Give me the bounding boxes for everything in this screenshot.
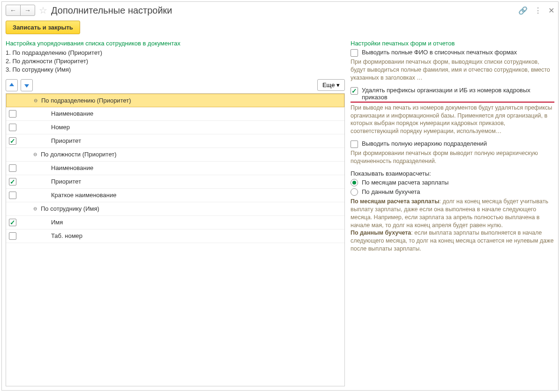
- tree-item[interactable]: Наименование: [6, 107, 344, 121]
- tree-item-label: Имя: [51, 219, 63, 226]
- tree-group-label: По подразделению (Приоритет): [41, 97, 131, 104]
- help-text: При формировании печатных форм, выводящи…: [351, 58, 554, 82]
- check-full-hierarchy: Выводить полную иерархию подразделений: [351, 140, 554, 148]
- checkbox-label: Удалять префиксы организации и ИБ из ном…: [362, 87, 554, 101]
- collapse-icon[interactable]: ⊖: [32, 206, 38, 212]
- order-item: 2. По должности (Приоритет): [6, 57, 345, 66]
- order-item: 1. По подразделению (Приоритет): [6, 49, 345, 57]
- grid-toolbar: Еще ▾: [6, 79, 345, 91]
- check-remove-prefixes: Удалять префиксы организации и ИБ из ном…: [351, 87, 554, 103]
- tree-item[interactable]: Имя: [6, 216, 344, 229]
- checkbox[interactable]: [9, 178, 16, 185]
- check-full-fio: Выводить полные ФИО в списочных печатных…: [351, 49, 554, 57]
- move-up-button[interactable]: [6, 79, 18, 91]
- tree-item[interactable]: Приоритет: [6, 175, 344, 189]
- tree-item[interactable]: Номер: [6, 121, 344, 134]
- tree-item-label: Приоритет: [51, 178, 81, 185]
- nav-forward-button[interactable]: →: [20, 5, 35, 16]
- content: Настройка упорядочивания списка сотрудни…: [2, 36, 558, 390]
- order-list: 1. По подразделению (Приоритет) 2. По до…: [6, 49, 345, 74]
- tree-item-label: Таб. номер: [51, 232, 82, 239]
- left-section-header: Настройка упорядочивания списка сотрудни…: [6, 40, 345, 47]
- radio-by-accounting[interactable]: По данным бухучета: [351, 188, 554, 196]
- checkbox[interactable]: [9, 219, 16, 226]
- checkbox[interactable]: [9, 110, 16, 118]
- radio[interactable]: [351, 188, 358, 196]
- tree-group[interactable]: ⊖ По сотруднику (Имя): [6, 202, 344, 216]
- help-bold: По данным бухучета: [351, 229, 411, 236]
- more-button[interactable]: Еще ▾: [317, 79, 345, 91]
- help-text: При формировании печатных форм выводит п…: [351, 149, 554, 165]
- radio-label: По месяцам расчета зарплаты: [362, 179, 448, 186]
- checkbox-label: Выводить полные ФИО в списочных печатных…: [362, 49, 517, 56]
- left-panel: Настройка упорядочивания списка сотрудни…: [2, 36, 349, 390]
- checkbox[interactable]: [9, 192, 16, 199]
- toolbar: Записать и закрыть: [2, 19, 558, 36]
- collapse-icon[interactable]: ⊖: [32, 152, 38, 157]
- titlebar-actions: 🔗 ⋮ ✕: [518, 6, 554, 15]
- help-bold: По месяцам расчета зарплаты: [351, 198, 440, 205]
- tree-item-label: Наименование: [51, 164, 93, 171]
- tree-item-label: Краткое наименование: [51, 192, 117, 199]
- save-and-close-button[interactable]: Записать и закрыть: [6, 21, 80, 34]
- checkbox-label: Выводить полную иерархию подразделений: [362, 140, 487, 147]
- help-text: По месяцам расчета зарплаты: долг на кон…: [351, 198, 554, 253]
- checkbox[interactable]: [9, 232, 16, 240]
- right-panel: Настройки печатных форм и отчетов Выводи…: [349, 36, 558, 390]
- window: ← → ☆ Дополнительные настройки 🔗 ⋮ ✕ Зап…: [1, 1, 559, 391]
- collapse-icon[interactable]: ⊖: [33, 97, 38, 103]
- page-title: Дополнительные настройки: [51, 5, 518, 16]
- tree-item[interactable]: Приоритет: [6, 134, 344, 148]
- kebab-menu-icon[interactable]: ⋮: [534, 6, 542, 15]
- tree-item-label: Приоритет: [51, 137, 81, 144]
- sort-tree: ⊖ По подразделению (Приоритет) Наименова…: [6, 93, 345, 386]
- checkbox[interactable]: [351, 49, 358, 57]
- tree-item[interactable]: Краткое наименование: [6, 189, 344, 202]
- tree-group[interactable]: ⊖ По подразделению (Приоритет): [6, 94, 344, 107]
- tree-item[interactable]: Таб. номер: [6, 229, 344, 243]
- tree-group-label: По должности (Приоритет): [41, 151, 117, 158]
- right-section-header: Настройки печатных форм и отчетов: [351, 40, 554, 47]
- favorite-star-icon[interactable]: ☆: [39, 5, 47, 16]
- checkbox[interactable]: [351, 87, 358, 95]
- tree-item[interactable]: Наименование: [6, 162, 344, 175]
- tree-item-label: Наименование: [51, 110, 93, 117]
- radio-by-salary-months[interactable]: По месяцам расчета зарплаты: [351, 179, 554, 186]
- titlebar: ← → ☆ Дополнительные настройки 🔗 ⋮ ✕: [2, 2, 558, 19]
- tree-item-label: Номер: [51, 124, 70, 131]
- tree-group[interactable]: ⊖ По должности (Приоритет): [6, 148, 344, 162]
- move-down-button[interactable]: [21, 79, 33, 91]
- radio-label: По данным бухучета: [362, 188, 420, 195]
- link-icon[interactable]: 🔗: [518, 6, 528, 15]
- checkbox[interactable]: [351, 141, 358, 148]
- radio[interactable]: [351, 179, 358, 186]
- help-text: При выводе на печать из номеров документ…: [351, 104, 554, 136]
- nav-back-button[interactable]: ←: [6, 5, 21, 16]
- radio-group-header: Показывать взаиморасчеты:: [351, 170, 554, 177]
- checkbox[interactable]: [9, 137, 16, 145]
- tree-group-label: По сотруднику (Имя): [41, 205, 99, 212]
- close-icon[interactable]: ✕: [548, 6, 554, 15]
- checkbox[interactable]: [9, 164, 16, 172]
- order-item: 3. По сотруднику (Имя): [6, 66, 345, 74]
- checkbox[interactable]: [9, 124, 16, 131]
